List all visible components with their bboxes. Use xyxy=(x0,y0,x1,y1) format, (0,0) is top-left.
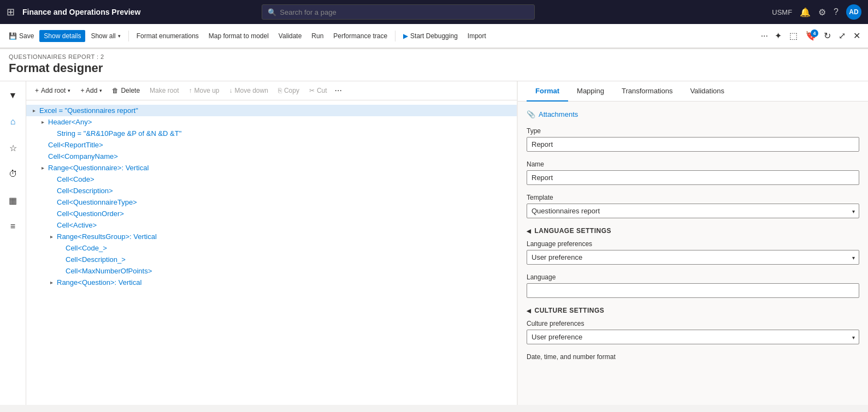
tree-toggle-question[interactable]: ▸ xyxy=(48,279,55,286)
language-label: Language xyxy=(527,273,859,281)
culture-prefs-select[interactable]: User preference xyxy=(527,330,859,344)
tab-format[interactable]: Format xyxy=(527,81,568,101)
name-input[interactable] xyxy=(527,170,859,185)
top-navigation: ⊞ Finance and Operations Preview 🔍 USMF … xyxy=(0,0,868,24)
help-icon[interactable]: ? xyxy=(834,7,839,17)
refresh-icon[interactable]: ↻ xyxy=(820,31,834,41)
cut-button[interactable]: ✂ Cut xyxy=(305,85,332,97)
tree-row-question[interactable]: ▸ Range<Question>: Vertical xyxy=(26,277,517,288)
tab-validations[interactable]: Validations xyxy=(681,81,733,101)
add-root-button[interactable]: + Add root ▾ xyxy=(31,85,75,97)
tree-row-reporttitle[interactable]: Cell<ReportTitle> xyxy=(26,139,517,151)
breadcrumb-area: QUESTIONNAIRES REPORT : 2 Format designe… xyxy=(0,49,868,81)
tree-content: ▸ Excel = "Questionnaires report" ▸ Head… xyxy=(26,100,517,405)
tree-label-companyname: Cell<CompanyName> xyxy=(48,152,118,160)
tree-row-code[interactable]: Cell<Code> xyxy=(26,174,517,185)
name-field-group: Name xyxy=(527,160,859,185)
tree-label-string: String = "&R&10Page &P of &N &D &T" xyxy=(57,129,181,138)
search-bar[interactable]: 🔍 xyxy=(262,4,535,20)
show-all-button[interactable]: Show all ▾ xyxy=(86,30,125,42)
star-icon[interactable]: ☆ xyxy=(4,139,22,157)
more-options-button[interactable]: ··· xyxy=(759,31,770,41)
page-title: Format designer xyxy=(9,61,859,75)
tree-panel: + Add root ▾ + Add ▾ 🗑 Delete Make root … xyxy=(26,81,518,405)
tree-row-resultsgroup[interactable]: ▸ Range<ResultsGroup>: Vertical xyxy=(26,231,517,242)
tree-row-maxpoints[interactable]: Cell<MaxNumberOfPoints> xyxy=(26,265,517,277)
user-avatar[interactable]: AD xyxy=(846,4,861,20)
tree-row-header[interactable]: ▸ Header<Any> xyxy=(26,116,517,128)
move-down-button[interactable]: ↓ Move down xyxy=(225,85,273,97)
template-field-group: Template Questionnaires report ▾ xyxy=(527,194,859,218)
tree-row-companyname[interactable]: Cell<CompanyName> xyxy=(26,151,517,162)
move-up-button[interactable]: ↑ Move up xyxy=(184,85,223,97)
culture-settings-header[interactable]: ◀ CULTURE SETTINGS xyxy=(527,307,859,314)
home-icon[interactable]: ⌂ xyxy=(4,113,22,130)
add-chevron-icon: ▾ xyxy=(99,88,102,93)
tree-row-description2[interactable]: Cell<Description_> xyxy=(26,254,517,265)
make-root-button[interactable]: Make root xyxy=(145,85,183,97)
tree-label-maxpoints: Cell<MaxNumberOfPoints> xyxy=(66,267,152,275)
tree-row-questionnairetype[interactable]: Cell<QuestionnaireType> xyxy=(26,196,517,208)
app-title: Finance and Operations Preview xyxy=(22,8,140,16)
tree-row-description[interactable]: Cell<Description> xyxy=(26,185,517,196)
tree-row-string[interactable]: String = "&R&10Page &P of &N &D &T" xyxy=(26,128,517,139)
expand-window-icon[interactable]: ⤢ xyxy=(835,31,849,41)
workspace-icon[interactable]: ▦ xyxy=(4,192,22,209)
save-button[interactable]: 💾 Save xyxy=(4,30,38,42)
type-label: Type xyxy=(527,127,859,135)
settings-icon[interactable]: ⚙ xyxy=(818,7,826,17)
tree-row-questionnaire[interactable]: ▸ Range<Questionnaire>: Vertical xyxy=(26,162,517,174)
debug-icon: ▶ xyxy=(403,32,408,40)
tree-toggle-resultsgroup[interactable]: ▸ xyxy=(48,234,55,240)
import-button[interactable]: Import xyxy=(463,30,491,42)
tree-row-active[interactable]: Cell<Active> xyxy=(26,219,517,231)
tree-row-questionorder[interactable]: Cell<QuestionOrder> xyxy=(26,208,517,219)
language-settings-header[interactable]: ◀ LANGUAGE SETTINGS xyxy=(527,227,859,235)
notification-icon[interactable]: 🔔 xyxy=(800,7,811,17)
show-details-button[interactable]: Show details xyxy=(39,30,85,42)
tab-mapping[interactable]: Mapping xyxy=(568,81,613,101)
template-select[interactable]: Questionnaires report xyxy=(527,204,859,218)
start-debugging-button[interactable]: ▶ Start Debugging xyxy=(399,30,462,42)
validate-button[interactable]: Validate xyxy=(274,30,306,42)
history-icon[interactable]: ⏱ xyxy=(4,165,22,183)
close-icon[interactable]: ✕ xyxy=(850,31,864,41)
tree-row-excel[interactable]: ▸ Excel = "Questionnaires report" xyxy=(26,105,517,116)
language-settings-toggle-icon: ◀ xyxy=(527,228,532,234)
tree-more-button[interactable]: ··· xyxy=(333,86,344,95)
format-enumerations-button[interactable]: Format enumerations xyxy=(132,30,203,42)
map-format-button[interactable]: Map format to model xyxy=(204,30,273,42)
copy-button[interactable]: ⎘ Copy xyxy=(274,85,304,97)
template-select-wrapper: Questionnaires report ▾ xyxy=(527,204,859,218)
add-button[interactable]: + Add ▾ xyxy=(76,85,107,97)
save-icon: 💾 xyxy=(9,32,17,40)
delete-icon: 🗑 xyxy=(112,87,119,94)
language-prefs-select[interactable]: User preference xyxy=(527,250,859,265)
show-all-chevron-icon: ▾ xyxy=(118,33,121,39)
run-button[interactable]: Run xyxy=(307,30,328,42)
tree-label-header: Header<Any> xyxy=(48,118,92,126)
tree-label-questionnairetype: Cell<QuestionnaireType> xyxy=(57,198,137,206)
search-input[interactable] xyxy=(280,8,529,16)
puzzle-icon[interactable]: ✦ xyxy=(771,31,785,41)
tree-toggle-header[interactable]: ▸ xyxy=(39,119,46,126)
performance-trace-button[interactable]: Performance trace xyxy=(329,30,392,42)
filter-icon[interactable]: ▼ xyxy=(4,87,22,104)
list-icon[interactable]: ≡ xyxy=(4,218,22,235)
delete-button[interactable]: 🗑 Delete xyxy=(108,85,144,97)
tab-transformations[interactable]: Transformations xyxy=(613,81,681,101)
language-prefs-label: Language preferences xyxy=(527,240,859,248)
tree-toggle-questionnaire[interactable]: ▸ xyxy=(39,165,46,171)
language-input[interactable] xyxy=(527,283,859,298)
layout-icon[interactable]: ⬚ xyxy=(786,31,801,41)
tree-toggle-excel[interactable]: ▸ xyxy=(31,108,37,114)
attachments-link[interactable]: 📎 Attachments xyxy=(527,110,859,118)
date-format-label: Date, time, and number format xyxy=(527,353,859,361)
grid-icon[interactable]: ⊞ xyxy=(7,6,15,18)
move-down-icon: ↓ xyxy=(229,87,233,94)
tree-row-code2[interactable]: Cell<Code_> xyxy=(26,242,517,254)
language-prefs-select-wrapper: User preference ▾ xyxy=(527,250,859,265)
badge-icon[interactable]: 🔖 4 xyxy=(802,31,819,41)
culture-prefs-select-wrapper: User preference ▾ xyxy=(527,330,859,344)
type-input[interactable] xyxy=(527,137,859,152)
